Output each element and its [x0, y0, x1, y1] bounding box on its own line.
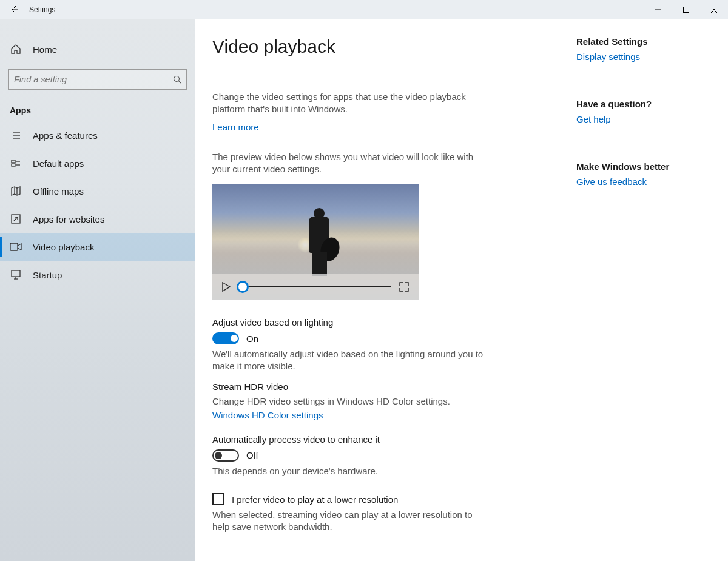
list-icon	[10, 130, 22, 141]
hdr-desc: Change HDR video settings in Windows HD …	[212, 395, 485, 408]
play-icon[interactable]	[221, 282, 232, 292]
sidebar-item-label: Apps for websites	[33, 214, 104, 224]
sidebar-item-offline-maps[interactable]: Offline maps	[0, 177, 195, 205]
fullscreen-icon[interactable]	[398, 281, 410, 292]
svg-line-5	[179, 81, 181, 84]
maximize-button[interactable]	[672, 0, 700, 19]
sidebar-item-startup[interactable]: Startup	[0, 261, 195, 289]
nav-home-label: Home	[33, 44, 57, 55]
svg-rect-1	[684, 7, 689, 13]
defaults-icon	[10, 158, 22, 169]
search-input[interactable]	[8, 69, 187, 90]
sidebar-item-label: Default apps	[33, 158, 84, 169]
svg-point-4	[174, 76, 180, 82]
lighting-desc: We'll automatically adjust video based o…	[212, 348, 485, 373]
startup-icon	[10, 269, 22, 280]
home-icon	[10, 44, 22, 55]
enhance-desc: This depends on your device's hardware.	[212, 465, 485, 477]
nav-home[interactable]: Home	[0, 35, 195, 63]
video-preview[interactable]	[212, 184, 419, 300]
sidebar-item-video-playback[interactable]: Video playback	[0, 233, 195, 261]
intro-text: Change the video settings for apps that …	[212, 91, 485, 116]
window-title: Settings	[29, 5, 55, 14]
open-external-icon	[10, 213, 22, 224]
svg-rect-13	[12, 164, 15, 166]
svg-rect-12	[12, 160, 15, 163]
sidebar-item-default-apps[interactable]: Default apps	[0, 149, 195, 177]
sidebar: Home Apps Apps & features Default apps O…	[0, 19, 195, 561]
video-icon	[10, 243, 22, 251]
map-icon	[10, 186, 22, 197]
minimize-button[interactable]	[644, 0, 672, 19]
display-settings-link[interactable]: Display settings	[576, 52, 640, 62]
lighting-toggle[interactable]	[212, 332, 239, 344]
page-title: Video playback	[212, 36, 552, 57]
titlebar: Settings	[0, 0, 728, 19]
close-button[interactable]	[700, 0, 728, 19]
content: Video playback Change the video settings…	[195, 19, 728, 561]
preview-note: The preview video below shows you what v…	[212, 151, 485, 176]
question-heading: Have a question?	[576, 99, 716, 109]
enhance-heading: Automatically process video to enhance i…	[212, 434, 552, 445]
seek-thumb[interactable]	[237, 281, 249, 293]
sidebar-item-label: Offline maps	[33, 186, 84, 197]
maximize-icon	[683, 7, 689, 13]
lighting-state: On	[246, 334, 258, 344]
hdr-link[interactable]: Windows HD Color settings	[212, 410, 323, 420]
sidebar-item-apps-websites[interactable]: Apps for websites	[0, 205, 195, 233]
svg-rect-20	[12, 270, 20, 277]
learn-more-link[interactable]: Learn more	[212, 122, 259, 132]
close-icon	[711, 7, 717, 13]
arrow-left-icon	[10, 5, 19, 15]
feedback-link[interactable]: Give us feedback	[576, 176, 647, 187]
lighting-heading: Adjust video based on lighting	[212, 317, 552, 328]
svg-rect-19	[10, 243, 18, 250]
search-field[interactable]	[14, 75, 173, 84]
enhance-toggle[interactable]	[212, 449, 239, 462]
better-heading: Make Windows better	[576, 161, 716, 172]
back-button[interactable]	[0, 0, 29, 19]
get-help-link[interactable]: Get help	[576, 114, 611, 124]
sidebar-category: Apps	[0, 95, 195, 121]
lowres-desc: When selected, streaming video can play …	[212, 509, 485, 534]
hdr-heading: Stream HDR video	[212, 381, 552, 392]
sidebar-item-apps-features[interactable]: Apps & features	[0, 121, 195, 149]
sidebar-item-label: Apps & features	[33, 130, 98, 141]
seek-slider[interactable]	[239, 286, 391, 287]
sidebar-item-label: Startup	[33, 270, 62, 280]
sidebar-item-label: Video playback	[33, 242, 94, 252]
enhance-state: Off	[246, 450, 258, 460]
lowres-checkbox[interactable]	[212, 493, 224, 505]
video-controls	[212, 274, 419, 300]
related-heading: Related Settings	[576, 36, 716, 47]
minimize-icon	[655, 7, 661, 13]
lowres-label: I prefer video to play at a lower resolu…	[232, 494, 398, 505]
search-icon	[173, 75, 181, 84]
